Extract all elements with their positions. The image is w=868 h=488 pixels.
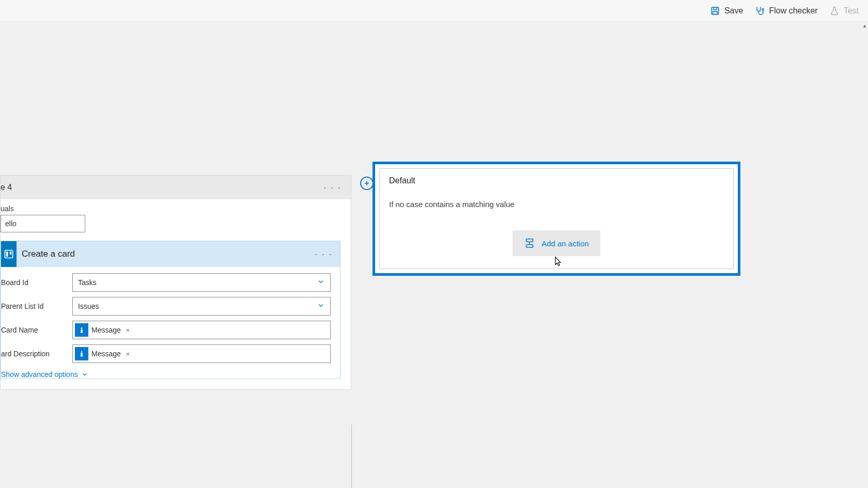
card-description-input[interactable]: Message ×	[72, 344, 331, 363]
equals-label: uals	[1, 204, 14, 213]
dynamic-content-icon	[75, 347, 88, 360]
svg-point-3	[762, 8, 764, 10]
flask-icon	[829, 6, 840, 16]
dynamic-token-message[interactable]: Message ×	[75, 323, 130, 337]
board-id-value: Tasks	[78, 278, 97, 287]
board-id-select[interactable]: Tasks	[72, 273, 331, 292]
branch-connector	[351, 424, 352, 488]
test-button[interactable]: Test	[829, 6, 859, 16]
token-label: Message	[91, 350, 121, 358]
save-button[interactable]: Save	[710, 6, 743, 16]
parent-list-id-label: Parent List Id	[1, 302, 72, 310]
action-header[interactable]: Create a card · · ·	[1, 241, 340, 267]
default-title: Default	[389, 176, 724, 185]
card-description-row: ard Description Message ×	[1, 344, 331, 363]
flow-checker-button[interactable]: Flow checker	[754, 6, 817, 16]
add-action-button[interactable]: Add an action	[513, 230, 600, 256]
top-toolbar: Save Flow checker Test	[0, 0, 868, 22]
scroll-up-arrow[interactable]: ▴	[861, 22, 868, 29]
svg-rect-2	[713, 11, 717, 14]
case-card: e 4 · · · uals ello Create a card	[0, 175, 351, 390]
card-description-label: ard Description	[1, 350, 72, 358]
parent-list-id-select[interactable]: Issues	[72, 297, 331, 316]
chevron-down-icon	[317, 302, 325, 311]
case-menu-button[interactable]: · · ·	[323, 182, 342, 193]
case-body: uals ello Create a card · · ·	[1, 199, 351, 389]
parent-list-id-value: Issues	[78, 302, 99, 310]
dynamic-content-icon	[75, 323, 88, 337]
action-menu-button[interactable]: · · ·	[315, 249, 333, 260]
case-header[interactable]: e 4 · · ·	[1, 176, 351, 199]
card-name-input[interactable]: Message ×	[72, 321, 331, 339]
show-advanced-options-link[interactable]: Show advanced options	[1, 370, 331, 379]
add-action-label: Add an action	[541, 239, 589, 248]
equals-value: ello	[5, 219, 17, 228]
token-remove-button[interactable]: ×	[126, 350, 130, 358]
chevron-down-icon	[317, 278, 325, 288]
stethoscope-icon	[754, 6, 765, 16]
case-title: e 4	[1, 183, 12, 192]
vertical-scrollbar[interactable]: ▴	[861, 22, 868, 488]
token-label: Message	[91, 326, 121, 334]
equals-input[interactable]: ello	[1, 215, 85, 232]
flow-canvas[interactable]: e 4 · · · uals ello Create a card	[0, 22, 861, 488]
card-name-row: Card Name Message ×	[1, 321, 331, 339]
default-description: If no case contains a matching value	[389, 200, 724, 209]
svg-rect-4	[5, 250, 13, 258]
flow-checker-label: Flow checker	[769, 6, 817, 15]
svg-rect-5	[6, 251, 8, 257]
default-inner: Default If no case contains a matching v…	[379, 168, 734, 269]
parent-list-id-row: Parent List Id Issues	[1, 297, 331, 316]
test-label: Test	[844, 6, 859, 15]
board-id-label: Board Id	[1, 278, 72, 287]
card-name-label: Card Name	[1, 326, 72, 334]
advanced-link-label: Show advanced options	[1, 370, 78, 379]
action-title: Create a card	[22, 249, 75, 259]
chevron-down-icon	[81, 371, 88, 378]
default-branch-card[interactable]: Default If no case contains a matching v…	[373, 162, 740, 276]
board-id-row: Board Id Tasks	[1, 273, 331, 292]
add-case-button[interactable]	[360, 177, 374, 190]
trello-icon	[1, 241, 17, 267]
svg-rect-1	[714, 7, 717, 9]
svg-rect-7	[526, 239, 533, 242]
token-remove-button[interactable]: ×	[126, 326, 130, 334]
action-form: Board Id Tasks Parent List Id Issues	[1, 267, 340, 379]
svg-rect-8	[526, 245, 533, 248]
dynamic-token-message[interactable]: Message ×	[75, 347, 130, 360]
save-icon	[710, 6, 720, 16]
add-action-icon	[524, 238, 535, 249]
svg-rect-6	[10, 251, 11, 255]
plus-icon	[363, 180, 370, 187]
case-condition: uals ello	[1, 204, 351, 232]
save-label: Save	[724, 6, 743, 15]
create-card-action: Create a card · · · Board Id Tasks	[1, 241, 340, 379]
